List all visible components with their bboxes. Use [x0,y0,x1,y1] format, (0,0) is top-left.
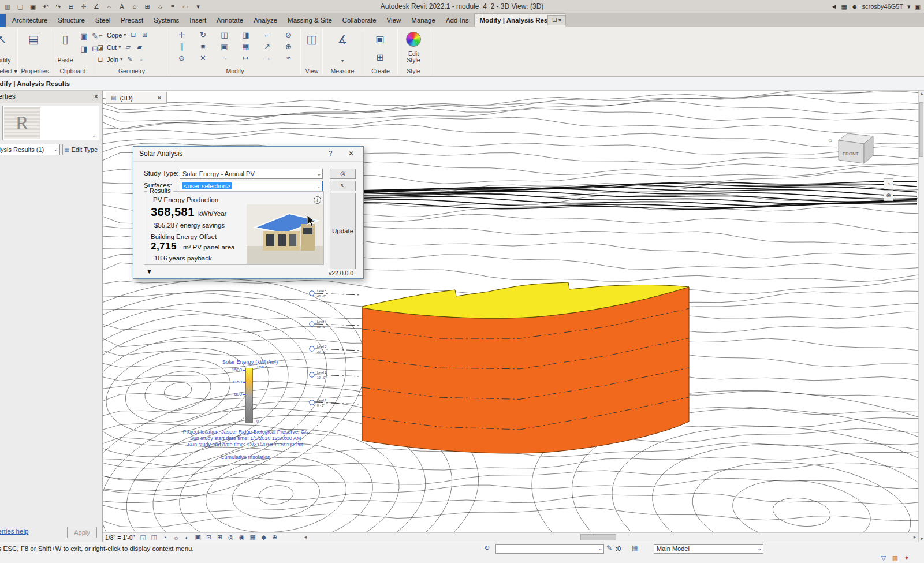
align-icon[interactable]: ⌐ [256,29,278,41]
hide-crop-icon[interactable]: ⊞ [215,534,225,541]
dialog-title-bar[interactable]: Solar Analysis ? ✕ [133,147,363,162]
cope-icon[interactable]: ⌐ [96,31,105,39]
visual-style-icon[interactable]: ◔ [160,534,170,541]
aligned-dimension-icon[interactable]: ⇔ [103,1,116,12]
chevron-down-icon[interactable]: ▾ [124,32,126,38]
panel-label-properties[interactable]: Properties [19,67,51,75]
paste-button[interactable]: ▯ Paste [54,28,76,65]
avatar[interactable]: ☻ [851,3,858,10]
panel-label-view[interactable]: View [301,67,322,75]
tab-precast[interactable]: Precast [116,13,148,27]
detail-level-icon[interactable]: ◫ [149,534,159,541]
match-icon[interactable]: ≈ [278,53,299,64]
measure-button[interactable]: ∡ ▾ [330,28,355,65]
modify-icon[interactable]: ✛ [77,1,90,12]
scroll-right-icon[interactable]: ▸ [911,533,918,542]
properties-help-link[interactable]: Properties help [0,528,28,535]
undo-icon[interactable]: ↶ [39,1,52,12]
tab-manage[interactable]: Manage [406,13,441,27]
join-icon[interactable]: ⊔ [96,55,105,64]
vertical-scrollbar[interactable]: ▴ ▾ [918,91,924,542]
cut-icon[interactable]: ◪ [96,43,105,51]
tab-systems[interactable]: Systems [148,13,184,27]
copy-element-icon[interactable]: ▣ [214,41,235,53]
view-tab-3d[interactable]: ▧ (3D) ✕ [106,92,167,104]
apply-button[interactable]: Apply [67,527,97,538]
constraints-icon[interactable]: ⊕ [270,534,280,541]
zoom-icon[interactable]: ⊕ [884,190,893,201]
scroll-up-icon[interactable]: ▴ [919,91,924,96]
chevron-down-icon[interactable]: ⌄ [92,133,96,139]
level-datum-head[interactable] [310,346,314,351]
app-menu-icon[interactable]: ▥ [1,1,14,12]
steering-wheel-icon[interactable]: ◔ [884,178,893,189]
surfaces-select[interactable]: <user selection> ⌄ [180,181,323,191]
properties-header[interactable]: Properties ✕ [0,91,102,103]
panel-label-measure[interactable]: Measure [323,67,362,75]
cut-clipboard-icon[interactable]: ◨ [79,43,90,56]
tab-steel[interactable]: Steel [90,13,116,27]
mirror-pick-icon[interactable]: ◫ [214,29,235,41]
design-options-combo[interactable]: ⌄ [495,544,604,554]
update-button[interactable]: Update [330,193,356,269]
tab-architecture[interactable]: Architecture [7,13,53,27]
help-button[interactable]: ? [321,147,340,161]
panel-label-geometry[interactable]: Geometry [96,67,167,75]
panel-label-style[interactable]: Style [398,67,429,75]
array-icon[interactable]: ▦ [235,41,256,53]
tab-structure[interactable]: Structure [53,13,90,27]
cope-extra-icon-0[interactable]: ⊟ [129,31,137,39]
reveal-hidden-icon[interactable]: ◉ [237,534,247,541]
join-button[interactable]: Join [107,56,118,63]
scale-button[interactable]: 1/8" = 1'-0" [105,534,135,541]
search-icon[interactable]: ▦ [841,3,847,10]
editable-only-icon[interactable]: ✎ [606,544,612,552]
save-icon[interactable]: ▣ [27,1,39,12]
modify-tool-button[interactable]: ↖ Modify [0,28,16,65]
default-3d-view-icon[interactable]: ⌂ [128,1,141,12]
expander-icon[interactable]: ▼ [146,268,152,275]
print-icon[interactable]: ⊟ [65,1,77,12]
join-extra-icon-1[interactable]: ◦ [137,56,146,63]
scroll-down-icon[interactable]: ▾ [919,536,924,542]
edit-style-button[interactable]: Edit Style [401,28,426,65]
view-panel-button[interactable]: ◫ [303,28,321,65]
level-datum-head[interactable] [310,400,314,405]
scale-icon[interactable]: ↗ [256,41,278,53]
tab-massing-site[interactable]: Massing & Site [282,13,337,27]
shadows-icon[interactable]: ◐ [182,534,192,541]
pin-icon[interactable]: ⊕ [278,41,299,53]
cut-extra-icon-1[interactable]: ▰ [135,43,144,51]
horizontal-scroll-thumb[interactable] [580,534,616,540]
cope-button[interactable]: Cope [107,32,122,39]
chevron-down-icon[interactable]: ▾ [118,44,121,50]
show-crop-icon[interactable]: ◱ [138,534,148,541]
tab-insert[interactable]: Insert [184,13,211,27]
username[interactable]: scrosby46G5T [862,3,904,10]
panel-toggle-button[interactable]: ⊡ ▾ [547,15,566,25]
analytical-model-icon[interactable]: ◆ [259,534,269,541]
chevron-down-icon[interactable]: ▾ [120,57,122,62]
extend-icon[interactable]: → [256,53,278,64]
properties-toggle-button[interactable]: ▤ [21,28,46,65]
crop-view-icon[interactable]: ⊡ [204,534,214,541]
scroll-left-icon[interactable]: ◂ [302,533,309,542]
redo-icon[interactable]: ↷ [52,1,65,12]
sync-icon[interactable]: ↻ [484,544,490,552]
panel-label-create[interactable]: Create [364,67,397,75]
wall-joins-icon[interactable]: ↦ [235,53,256,64]
vertical-scroll-thumb[interactable] [919,102,923,157]
sun-settings-icon[interactable]: ☼ [154,1,166,12]
join-extra-icon-0[interactable]: ✎ [125,55,134,63]
tab-annotate[interactable]: Annotate [211,13,248,27]
level-datum-head[interactable] [310,372,314,377]
sun-path-icon[interactable]: ☼ [171,534,181,541]
panel-label-modify[interactable]: Modify [171,67,299,75]
user-menu-caret-icon[interactable]: ▾ [907,3,911,10]
file-tab[interactable] [0,14,6,27]
temporary-view-properties-icon[interactable]: ▦ [248,534,258,541]
app-store-icon[interactable]: ▣ [915,3,921,10]
horizontal-scrollbar[interactable]: ◂ ▸ [302,532,918,542]
level-datum-head[interactable] [310,322,314,326]
close-button[interactable]: ✕ [341,147,361,161]
